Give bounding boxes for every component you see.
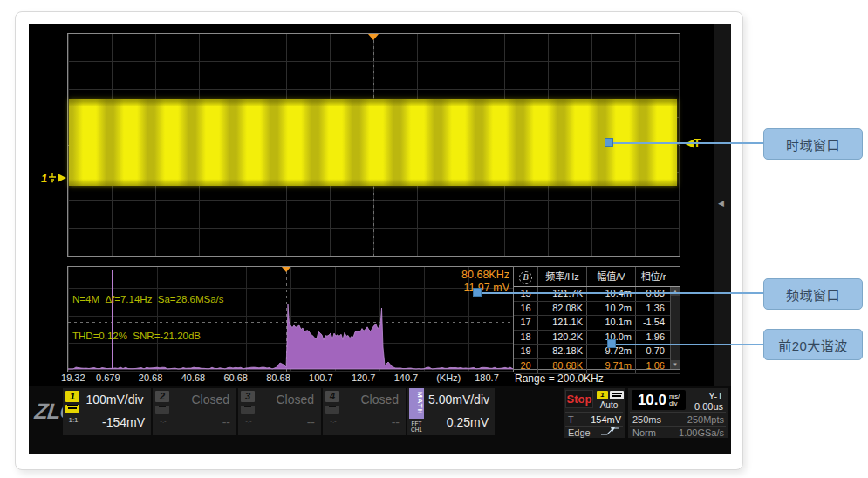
callout-anchor-harmonics: [607, 339, 616, 348]
harmonic-cell: 18: [514, 331, 538, 345]
acquire-mode: Norm: [632, 427, 656, 439]
channel-tab: 2-:-: [155, 391, 171, 425]
harmonic-row-15[interactable]: 15121.7K10.4m0.83: [514, 287, 680, 302]
channel-tab: 4-:-: [325, 391, 341, 425]
channel-scale: Closed: [257, 393, 318, 406]
fft-trigger-icon: [282, 267, 290, 272]
callout-line-freq: [481, 292, 763, 294]
timebase-scale: 10.0: [638, 392, 666, 409]
harmonic-row-19[interactable]: 1982.18K9.72m0.70: [514, 345, 680, 359]
probe-ratio: -:-: [325, 417, 341, 425]
channel-scale: 100mV/div: [82, 393, 147, 406]
fft-axis-tick: 0.679: [96, 372, 120, 383]
math-tab: MATH: [409, 388, 424, 419]
fft-axis-tick: (KHz): [436, 372, 461, 383]
harmonic-cell: 9.71m: [587, 359, 636, 373]
trigger-delay: 0.00us: [689, 401, 723, 412]
timebase-unit: ms/div: [669, 393, 680, 406]
timebase-block[interactable]: 10.0 ms/div Y-T 0.00us 250ms 250Mpts Nor…: [628, 388, 728, 438]
channel-2-block[interactable]: 2-:-Closed--: [153, 388, 236, 435]
fft-axis-tick: 40.68: [181, 372, 206, 383]
harmonic-cell: -1.96: [636, 331, 671, 345]
fft-range-label: Range = 200.0KHz: [515, 372, 604, 385]
math-source: FFTCH1: [409, 420, 424, 433]
harmonic-cell: 1.06: [636, 359, 671, 373]
trigger-type: Edge: [568, 427, 591, 439]
callout-label-time-window: 时域窗口: [763, 128, 863, 160]
trigger-block[interactable]: Stop 1 Auto T 154mV Edge: [564, 388, 625, 438]
harmonic-cell: 10.2m: [587, 302, 636, 316]
fft-axis-tick: 100.7: [309, 372, 333, 383]
harmonic-cell: 80.68K: [538, 359, 587, 373]
channel-offset: --: [172, 415, 230, 429]
ch1-marker-number: 1: [41, 172, 47, 185]
fft-axis-tick: 60.68: [223, 372, 248, 383]
harmonic-cell: 17: [514, 316, 538, 330]
time-domain-window: [67, 33, 680, 257]
header-amplitude: 幅值/V: [587, 267, 636, 286]
math-channel-block[interactable]: MATH FFTCH1 5.00mV/div 0.25mV: [407, 388, 495, 435]
dc-coupling-icon: [610, 391, 624, 399]
b-measure-icon: B: [519, 271, 532, 284]
fft-axis-tick: 120.7: [352, 372, 376, 383]
harmonics-table: B 频率/Hz 幅值/V 相位/r 15121.7K10.4m0.831682.…: [513, 266, 680, 370]
fft-frequency-axis: -19.320.67920.6840.6860.6880.68100.7120.…: [67, 372, 530, 386]
harmonic-row-16[interactable]: 1682.08K10.2m1.36: [514, 302, 680, 317]
harmonic-cell: 121.1K: [538, 316, 587, 330]
channel-scale: Closed: [172, 393, 233, 406]
timebase-scale-box: 10.0 ms/div: [632, 390, 686, 410]
callout-anchor-freq: [473, 288, 482, 297]
coupling-icon: [241, 406, 255, 414]
right-menu-strip: ◀: [714, 24, 731, 386]
sample-rate: 1.00GSa/s: [679, 427, 724, 439]
fft-axis-tick: 20.68: [139, 372, 163, 383]
coupling-icon: [65, 405, 79, 413]
trigger-position-icon: [368, 34, 379, 40]
harmonic-cell: 10.1m: [587, 316, 636, 330]
fft-measurements: N=4M Δf=7.14Hz Sa=28.6MSa/s THD=0.12% SN…: [72, 269, 224, 366]
harmonics-table-body: 15121.7K10.4m0.831682.08K10.2m1.3617121.…: [514, 287, 680, 374]
channel-offset: --: [257, 415, 315, 429]
harmonic-row-18[interactable]: 18120.2K10.0m-1.96: [514, 331, 680, 345]
channel-3-block[interactable]: 3-:-Closed--: [238, 388, 321, 435]
channel-number-badge: 1: [65, 391, 79, 402]
scroll-up-icon[interactable]: ▲: [671, 287, 680, 296]
record-time: 250ms: [632, 413, 661, 426]
fft-axis-tick: 180.7: [475, 372, 499, 383]
run-state-button[interactable]: Stop: [565, 390, 593, 408]
channel-number-badge: 3: [241, 391, 255, 402]
trigger-source-ch1-badge: 1: [597, 391, 608, 399]
scroll-down-icon[interactable]: ▼: [671, 360, 680, 369]
callout-anchor-time: [605, 138, 613, 147]
channel-scale: Closed: [342, 393, 402, 406]
fft-axis-tick: -19.32: [58, 372, 85, 383]
harmonics-table-header: B 频率/Hz 幅值/V 相位/r: [514, 267, 680, 287]
fft-info-line1: N=4M Δf=7.14Hz Sa=28.6MSa/s: [72, 293, 224, 305]
channel-4-block[interactable]: 4-:-Closed--: [323, 388, 406, 435]
record-points: 250Mpts: [687, 413, 724, 426]
callout-label-top20-harmonics: 前20大谐波: [763, 329, 863, 360]
channel-1-block[interactable]: 11:1100mV/div-154mV: [63, 388, 151, 435]
table-scrollbar[interactable]: ▲ ▼: [670, 287, 680, 369]
harmonic-row-17[interactable]: 17121.1K10.1m-1.54: [514, 316, 680, 331]
channel-offset: --: [342, 415, 400, 429]
ch1-ground-marker[interactable]: 1: [41, 170, 69, 186]
harmonic-cell: 82.08K: [538, 302, 587, 316]
collapse-menu-arrow-icon[interactable]: ◀: [718, 199, 724, 208]
header-frequency: 频率/Hz: [538, 267, 587, 286]
probe-ratio: -:-: [241, 417, 256, 425]
channel-number-badge: 2: [155, 391, 169, 402]
coupling-icon: [155, 406, 169, 414]
channel-offset: -154mV: [82, 415, 145, 429]
harmonic-cell: 16: [514, 302, 538, 316]
trigger-source: 1: [597, 391, 624, 399]
callout-line-harmonics: [615, 344, 763, 345]
harmonic-cell: 1.36: [636, 302, 671, 316]
harmonic-row-20[interactable]: 2080.68K9.71m1.06: [514, 359, 680, 374]
harmonic-cell: -1.54: [636, 316, 671, 330]
channel-number-badge: 4: [325, 391, 339, 402]
probe-ratio: 1:1: [65, 416, 81, 424]
fft-axis-tick: 80.68: [266, 372, 290, 383]
channel-tab: 11:1: [65, 391, 81, 424]
fft-cursor-readout: 80.68KHz 11.97 mV: [461, 269, 509, 294]
